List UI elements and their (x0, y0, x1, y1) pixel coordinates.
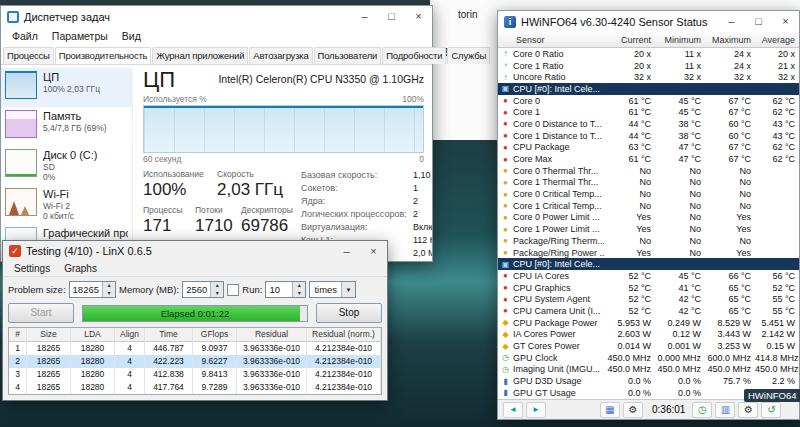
sensor-row[interactable]: Core 0 Power Limit ... Yes No Yes (498, 212, 799, 224)
menu-item[interactable]: Файл (5, 29, 45, 43)
sidebar-item[interactable]: ЦП 100% 2,03 ГГц (1, 68, 132, 107)
sensor-row[interactable]: Core 1 Power Limit ... Yes No Yes (498, 223, 799, 235)
column-sensor[interactable]: Sensor (498, 35, 605, 45)
cpu-usage-chart[interactable] (143, 105, 424, 153)
sensor-row[interactable]: Core 1 61 °C 45 °C 67 °C 62 °C (498, 106, 799, 118)
sensor-row[interactable]: Core 0 Distance to T... 44 °C 38 °C 60 °… (498, 118, 799, 130)
next-page-icon[interactable]: ► (526, 402, 546, 418)
stop-button[interactable]: Stop (316, 303, 382, 323)
sidebar-item[interactable]: Диск 0 (C:) SD 0% (1, 146, 132, 185)
sidebar-item[interactable]: Память 5,4/7,8 ГБ (69%) (1, 107, 132, 146)
sensor-row[interactable]: GT Cores Power 0.014 W 0.001 W 3.253 W 0… (498, 340, 799, 352)
sensor-row[interactable]: IA Cores Power 2.603 W 0.12 W 3.443 W 2.… (498, 329, 799, 341)
tab[interactable]: Службы (447, 47, 490, 64)
menu-item[interactable]: Graphs (57, 262, 104, 275)
memory-value[interactable]: 2560 (183, 282, 210, 297)
all-memory-checkbox[interactable] (227, 284, 239, 296)
menu-item[interactable]: Вид (115, 29, 148, 43)
chevron-down-icon[interactable]: ▾ (341, 282, 355, 297)
sensor-row[interactable]: Core 0 61 °C 45 °C 67 °C 62 °C (498, 95, 799, 107)
sensor-row[interactable]: CPU [#0]: Intel Cele... (498, 258, 799, 270)
tab[interactable]: Производительность (55, 47, 152, 64)
sensor-row[interactable]: CPU Package Power 5.953 W 0.249 W 8.529 … (498, 317, 799, 329)
step-up-icon[interactable]: ▴ (103, 282, 115, 290)
result-row[interactable]: 3 18265 18280 4 412.838 9.8413 3.963336e… (9, 368, 381, 381)
sensor-row[interactable]: Core 1 Thermal Thr... No No No (498, 177, 799, 189)
sensor-row[interactable]: CPU Package 63 °C 47 °C 67 °C 62 °C (498, 142, 799, 154)
result-row[interactable]: 4 18265 18280 4 417.764 9.7289 3.963336e… (9, 381, 381, 394)
prev-page-icon[interactable]: ◄ (503, 402, 523, 418)
tab[interactable]: Пользователи (314, 47, 382, 64)
results-column-header[interactable]: Residual (237, 328, 307, 342)
results-column-header[interactable]: GFlops (193, 328, 237, 342)
run-count-value[interactable]: 10 (266, 282, 292, 297)
reset-icon[interactable]: ↺ (761, 402, 781, 418)
problem-size-stepper[interactable]: 18265 ▴▾ (69, 281, 116, 298)
result-row[interactable]: 2 18265 18280 4 422.223 9.6227 3.963336e… (9, 355, 381, 368)
menu-item[interactable]: Settings (7, 262, 57, 275)
gear-icon[interactable]: ⚙ (623, 402, 643, 418)
sensor-row[interactable]: CPU Camera Unit (I... 52 °C 42 °C 65 °C … (498, 305, 799, 317)
hwinfo-titlebar[interactable]: i HWiNFO64 v6.30-4240 Sensor Status – □ … (498, 11, 799, 32)
maximize-icon[interactable]: □ (745, 11, 772, 32)
step-up-icon[interactable]: ▴ (293, 282, 305, 290)
minimize-icon[interactable]: – (718, 11, 745, 32)
sensor-row[interactable]: Core 0 Critical Temp... No No No (498, 188, 799, 200)
sensor-row[interactable]: Core 1 Distance to T... 44 °C 38 °C 60 °… (498, 130, 799, 142)
minimize-icon[interactable]: – (351, 6, 378, 27)
close-icon[interactable]: × (360, 241, 387, 261)
step-down-icon[interactable]: ▾ (211, 290, 223, 298)
sensor-row[interactable]: Core 1 Ratio 20 x 11 x 24 x 21 x (498, 60, 799, 72)
maximize-icon[interactable]: □ (378, 6, 405, 27)
results-column-header[interactable]: Residual (norm.) (307, 328, 381, 342)
step-down-icon[interactable]: ▾ (103, 290, 115, 298)
sensor-row[interactable]: CPU Graphics 52 °C 41 °C 65 °C 52 °C (498, 282, 799, 294)
sensor-row[interactable]: CPU System Agent 52 °C 42 °C 65 °C 55 °C (498, 293, 799, 305)
sensor-row[interactable]: Imaging Unit (IMGU... 450.0 MHz 450.0 MH… (498, 364, 799, 376)
tab[interactable]: Подробности (382, 47, 446, 64)
results-column-header[interactable]: Time (145, 328, 193, 342)
panel-icon[interactable]: ▦ (600, 402, 620, 418)
clock-icon[interactable]: ◷ (692, 402, 712, 418)
sensor-row[interactable]: Core 1 Critical Temp... No No No (498, 200, 799, 212)
sidebar-item[interactable]: Wi-Fi Wi-Fi 2 0 кбит/с (1, 185, 132, 224)
chart-icon[interactable]: ▥ (715, 402, 735, 418)
start-button[interactable]: Start (8, 303, 74, 323)
sensor-row[interactable]: GPU D3D Usage 0.0 % 0.0 % 75.7 % 2.2 % (498, 375, 799, 387)
run-count-stepper[interactable]: 10 ▴▾ (265, 281, 306, 298)
sensor-row[interactable]: Core 0 Thermal Thr... No No No (498, 165, 799, 177)
sensor-row[interactable]: CPU [#0]: Intel Cele... (498, 83, 799, 95)
result-row[interactable]: 1 18265 18280 4 446.787 9.0937 3.963336e… (9, 342, 381, 355)
results-column-header[interactable]: Size (27, 328, 71, 342)
tab[interactable]: Процессы (3, 47, 54, 64)
taskmgr-titlebar[interactable]: Диспетчер задач – □ × (1, 6, 432, 27)
results-column-header[interactable]: Align (115, 328, 145, 342)
tab[interactable]: Автозагрузка (249, 47, 312, 64)
minimize-icon[interactable]: – (333, 241, 360, 261)
tab[interactable]: Журнал приложений (152, 47, 248, 64)
close-icon[interactable]: × (405, 6, 432, 27)
column-average[interactable]: Average (755, 35, 799, 45)
sensor-label: Core 0 Critical Temp... (513, 189, 605, 199)
menu-item[interactable]: Параметры (45, 29, 115, 43)
column-maximum[interactable]: Maximum (705, 35, 755, 45)
gear-icon-2[interactable]: ⚙ (738, 402, 758, 418)
sensor-row[interactable]: Package/Ring Therm... No No No (498, 235, 799, 247)
problem-size-value[interactable]: 18265 (70, 282, 102, 297)
memory-stepper[interactable]: 2560 ▴▾ (182, 281, 224, 298)
sensor-row[interactable]: Package/Ring Power ... Yes No Yes (498, 247, 799, 259)
results-column-header[interactable]: LDA (71, 328, 115, 342)
sensor-row[interactable]: Uncore Ratio 32 x 32 x 32 x 32 x (498, 71, 799, 83)
column-current[interactable]: Current (605, 35, 655, 45)
sensor-row[interactable]: GPU Clock 450.0 MHz 0.000 MHz 600.0 MHz … (498, 352, 799, 364)
linx-titlebar[interactable]: ✓ Testing (4/10) - LinX 0.6.5 – × (3, 241, 387, 261)
sensor-row[interactable]: Core 0 Ratio 20 x 11 x 24 x 20 x (498, 48, 799, 60)
column-minimum[interactable]: Minimum (655, 35, 705, 45)
sensor-row[interactable]: CPU IA Cores 52 °C 45 °C 66 °C 56 °C (498, 270, 799, 282)
close-icon[interactable]: × (772, 11, 799, 32)
sensor-row[interactable]: Core Max 61 °C 47 °C 67 °C 62 °C (498, 153, 799, 165)
results-column-header[interactable]: # (9, 328, 27, 342)
step-down-icon[interactable]: ▾ (293, 290, 305, 298)
step-up-icon[interactable]: ▴ (211, 282, 223, 290)
run-unit-select[interactable]: times ▾ (309, 281, 356, 298)
